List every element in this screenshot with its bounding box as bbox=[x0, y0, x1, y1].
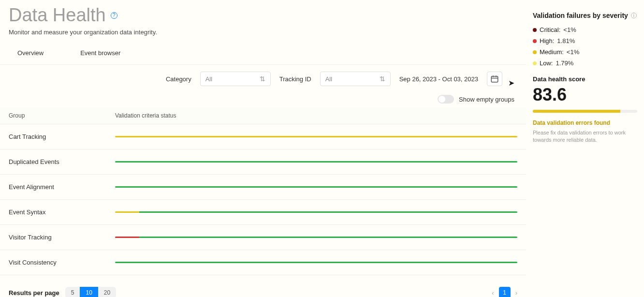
info-icon[interactable]: i bbox=[631, 13, 637, 18]
pager-prev[interactable]: ‹ bbox=[492, 289, 494, 297]
status-bar bbox=[115, 237, 517, 238]
calendar-button[interactable] bbox=[487, 72, 502, 86]
severity-value: <1% bbox=[563, 26, 576, 33]
status-bar bbox=[115, 211, 517, 213]
status-bar bbox=[115, 186, 517, 188]
rpp-option-5[interactable]: 5 bbox=[65, 287, 80, 297]
table-row[interactable]: Duplicated Events bbox=[0, 149, 526, 175]
status-segment bbox=[115, 136, 517, 137]
group-name: Duplicated Events bbox=[9, 158, 115, 165]
tracking-select-value: All bbox=[325, 75, 332, 83]
chevron-updown-icon: ⇅ bbox=[260, 75, 265, 82]
status-bar bbox=[115, 136, 517, 137]
vf-title: Validation failures by severity bbox=[533, 12, 628, 19]
help-icon[interactable]: ? bbox=[111, 12, 117, 19]
table-row[interactable]: Event Syntax bbox=[0, 200, 526, 225]
tab-event-browser[interactable]: Event browser bbox=[72, 46, 129, 59]
group-name: Visit Consistency bbox=[9, 259, 115, 266]
dot-icon bbox=[533, 61, 537, 65]
group-name: Cart Tracking bbox=[9, 133, 115, 140]
data-health-score-value: 83.6 bbox=[533, 85, 637, 105]
status-segment bbox=[115, 186, 517, 188]
tab-overview[interactable]: Overview bbox=[9, 46, 52, 59]
severity-critical: Critical: <1% bbox=[533, 26, 637, 33]
chevron-updown-icon: ⇅ bbox=[380, 75, 385, 82]
table-row[interactable]: Visitor Tracking bbox=[0, 225, 526, 250]
tracking-label: Tracking ID bbox=[279, 75, 311, 83]
severity-value: 1.79% bbox=[556, 59, 573, 67]
dot-icon bbox=[533, 39, 537, 43]
category-select[interactable]: All ⇅ bbox=[200, 72, 271, 86]
dot-icon bbox=[533, 50, 537, 54]
pager-page-1[interactable]: 1 bbox=[499, 287, 511, 297]
category-select-value: All bbox=[205, 75, 212, 83]
status-segment bbox=[115, 262, 517, 263]
severity-label: Critical: bbox=[540, 26, 560, 33]
status-segment bbox=[115, 211, 139, 213]
table-row[interactable]: Event Alignment bbox=[0, 175, 526, 200]
dot-icon bbox=[533, 28, 537, 32]
severity-label: High: bbox=[540, 37, 554, 45]
show-empty-toggle[interactable] bbox=[438, 95, 454, 104]
results-per-page-group: 51020 bbox=[65, 287, 116, 297]
severity-value: 1.81% bbox=[557, 37, 575, 45]
rpp-option-10[interactable]: 10 bbox=[80, 287, 98, 297]
column-header-status: Validation criteria status bbox=[115, 112, 517, 119]
results-per-page-label: Results per page bbox=[9, 289, 59, 297]
group-name: Visitor Tracking bbox=[9, 234, 115, 241]
tracking-select[interactable]: All ⇅ bbox=[320, 72, 391, 86]
errors-found-message: Data validation errors found bbox=[533, 119, 637, 126]
score-bar-fill bbox=[533, 110, 620, 113]
pager-next[interactable]: › bbox=[515, 289, 517, 297]
status-segment bbox=[139, 237, 517, 238]
column-header-group: Group bbox=[9, 112, 115, 119]
table-row[interactable]: Cart Tracking bbox=[0, 124, 526, 149]
status-segment bbox=[115, 161, 517, 163]
status-bar bbox=[115, 262, 517, 263]
page-title: Data Health bbox=[9, 5, 106, 26]
status-segment bbox=[115, 237, 139, 238]
group-name: Event Syntax bbox=[9, 208, 115, 216]
severity-label: Medium: bbox=[540, 48, 564, 56]
date-range-display: Sep 26, 2023 - Oct 03, 2023 bbox=[399, 75, 478, 83]
table-row[interactable]: Visit Consistency bbox=[0, 250, 526, 275]
score-bar bbox=[533, 110, 637, 113]
rpp-option-20[interactable]: 20 bbox=[98, 287, 116, 297]
category-label: Category bbox=[166, 75, 191, 83]
severity-value: <1% bbox=[567, 48, 579, 56]
group-name: Event Alignment bbox=[9, 183, 115, 191]
severity-medium: Medium: <1% bbox=[533, 48, 637, 56]
status-bar bbox=[115, 161, 517, 163]
calendar-icon bbox=[490, 74, 499, 83]
severity-low: Low: 1.79% bbox=[533, 59, 637, 67]
severity-high: High: 1.81% bbox=[533, 37, 637, 45]
show-empty-label: Show empty groups bbox=[459, 96, 514, 103]
status-segment bbox=[139, 211, 517, 213]
svg-rect-0 bbox=[491, 76, 498, 82]
errors-found-sub: Please fix data validation errors to wor… bbox=[533, 129, 637, 144]
data-health-score-label: Data health score bbox=[533, 75, 637, 83]
page-subtitle: Monitor and measure your organization da… bbox=[9, 29, 517, 36]
severity-label: Low: bbox=[540, 59, 553, 67]
